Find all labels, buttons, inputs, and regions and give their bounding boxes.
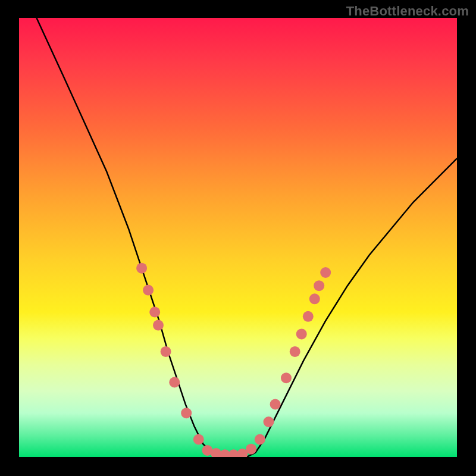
bottleneck-curve (36, 18, 457, 457)
data-dot (264, 416, 274, 427)
data-dots (136, 263, 331, 457)
data-dot (281, 372, 292, 383)
chart-svg (19, 18, 457, 457)
data-dot (246, 444, 256, 455)
data-dot (309, 293, 320, 304)
outer-frame: TheBottleneck.com (0, 0, 476, 476)
data-dot (136, 263, 147, 274)
data-dot (270, 399, 281, 409)
data-dot (169, 377, 180, 388)
watermark-text: TheBottleneck.com (346, 4, 469, 19)
data-dot (290, 346, 300, 357)
data-dot (296, 328, 307, 339)
data-dot (181, 408, 192, 418)
data-dot (161, 346, 171, 357)
data-dot (149, 307, 160, 318)
data-dot (193, 434, 204, 445)
data-dot (143, 285, 154, 296)
data-dot (153, 320, 164, 331)
data-dot (255, 434, 265, 445)
data-dot (320, 267, 331, 278)
data-dot (314, 280, 324, 291)
plot-area (19, 18, 457, 457)
data-dot (303, 311, 314, 322)
